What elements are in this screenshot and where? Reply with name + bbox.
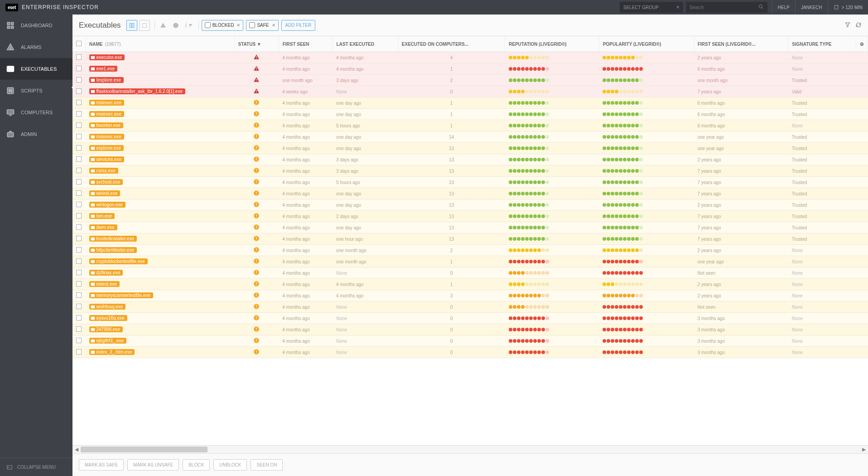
logo: eset (5, 4, 18, 11)
svg-line-1 (762, 8, 763, 9)
help-link[interactable]: HELP (772, 0, 795, 15)
select-group-button[interactable]: SELECT GROUP × (620, 2, 683, 13)
topbar: eset ENTERPRISE INSPECTOR SELECT GROUP ×… (0, 0, 868, 15)
svg-point-0 (759, 5, 762, 8)
search-icon[interactable] (758, 4, 764, 10)
search-box[interactable] (686, 2, 767, 13)
user-link[interactable]: JANKECH (795, 0, 828, 15)
close-icon[interactable]: × (676, 4, 680, 10)
search-input[interactable] (690, 5, 758, 10)
time-filter-button[interactable]: > 120 MIN (828, 0, 868, 15)
app-title: ENTERPRISE INSPECTOR (22, 4, 99, 10)
